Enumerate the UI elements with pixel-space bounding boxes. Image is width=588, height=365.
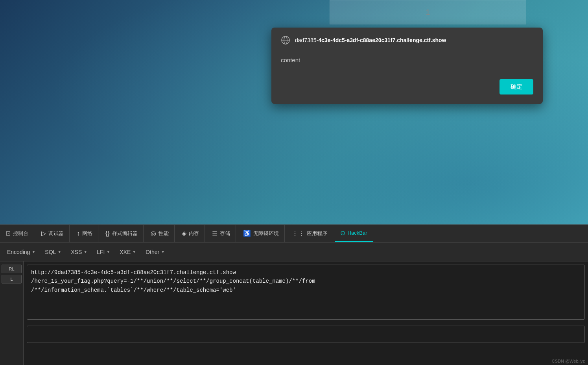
lfi-label: LFI [97,249,105,255]
xss-label: XSS [71,249,82,255]
csdn-watermark-text: CSDN @Web.lyz [552,359,585,363]
dialog-body: content [281,53,533,79]
devtools-tab-memory[interactable]: ◈ 内存 [176,225,205,242]
xxe-label: XXE [120,249,131,255]
hackbar-main-area [24,261,588,322]
dialog-header: dad7385-4c3e-4dc5-a3df-c88ae20c31f7.chal… [281,35,533,45]
devtools-tab-performance-label: 性能 [159,230,169,237]
hackbar-left-panel: RL L [0,261,24,365]
menu-sql[interactable]: SQL ▼ [41,246,65,258]
devtools-tab-network[interactable]: ↕ 网络 [71,225,98,242]
devtools-tab-performance[interactable]: ◎ 性能 [145,225,175,242]
sql-arrow: ▼ [57,250,61,254]
debugger-icon: ▷ [41,230,46,237]
hackbar-post-input[interactable] [27,326,585,343]
other-arrow: ▼ [161,250,165,254]
devtools-tab-application-label: 应用程序 [307,230,327,237]
menu-xss[interactable]: XSS ▼ [67,246,91,258]
devtools-tab-style-editor-label: 样式编辑器 [112,230,138,237]
performance-icon: ◎ [151,230,156,237]
devtools-tab-style-editor[interactable]: {} 样式编辑器 [100,225,144,242]
hackbar-bottom-area [24,322,588,347]
devtools-tab-console-label: 控制台 [13,230,28,237]
menu-xxe[interactable]: XXE ▼ [116,246,140,258]
left-btn-rl[interactable]: RL [2,265,22,273]
left-btn-l[interactable]: L [2,275,22,283]
lfi-arrow: ▼ [106,250,110,254]
menu-lfi[interactable]: LFI ▼ [93,246,114,258]
encoding-label: Encoding [7,249,30,255]
devtools-tab-debugger[interactable]: ▷ 调试器 [36,225,70,242]
menu-encoding[interactable]: Encoding ▼ [3,246,39,258]
devtools-tab-accessibility-label: 无障碍环境 [253,230,279,237]
devtools-tab-storage[interactable]: ☰ 存储 [206,225,236,242]
application-icon: ⋮⋮ [292,230,304,237]
hackbar-area: Encoding ▼ SQL ▼ XSS ▼ LFI ▼ XXE ▼ Other… [0,242,588,365]
devtools-tab-network-label: 网络 [82,230,92,237]
dialog-box: dad7385-4c3e-4dc5-a3df-c88ae20c31f7.chal… [271,28,543,104]
dialog-ok-button[interactable]: 确定 [500,79,533,94]
top-number-box: 1 [330,0,526,24]
hackbar-menu: Encoding ▼ SQL ▼ XSS ▼ LFI ▼ XXE ▼ Other… [0,243,588,261]
console-icon: ⊡ [6,230,11,237]
top-number: 1 [426,8,430,17]
devtools-tab-accessibility[interactable]: ♿ 无障碍环境 [238,225,285,242]
globe-icon [281,35,290,45]
menu-other[interactable]: Other ▼ [142,246,169,258]
dialog-title: dad7385-4c3e-4dc5-a3df-c88ae20c31f7.chal… [295,37,446,43]
encoding-arrow: ▼ [31,250,35,254]
dialog-title-highlight: 4c3e-4dc5-a3df-c88ae20c31f7.challenge.ct… [318,37,446,43]
storage-icon: ☰ [212,230,218,237]
hackbar-url-textarea[interactable] [27,265,585,320]
accessibility-icon: ♿ [243,230,251,237]
xss-arrow: ▼ [83,250,87,254]
devtools-tab-debugger-label: 调试器 [48,230,64,237]
xxe-arrow: ▼ [132,250,136,254]
memory-icon: ◈ [182,230,186,237]
sql-label: SQL [45,249,56,255]
style-editor-icon: {} [105,230,110,237]
devtools-tab-application[interactable]: ⋮⋮ 应用程序 [286,225,333,242]
devtools-tab-memory-label: 内存 [189,230,199,237]
devtools-tab-hackbar[interactable]: ⊙ HackBar [335,225,373,242]
devtools-bar: ⊡ 控制台 ▷ 调试器 ↕ 网络 {} 样式编辑器 ◎ 性能 ◈ 内存 ☰ 存储… [0,224,588,242]
network-icon: ↕ [77,230,80,237]
other-label: Other [146,249,159,255]
dialog-footer: 确定 [281,79,533,94]
devtools-tab-storage-label: 存储 [220,230,230,237]
dialog-body-text: content [281,57,300,63]
devtools-tab-hackbar-label: HackBar [348,230,367,236]
devtools-tab-console[interactable]: ⊡ 控制台 [0,225,34,242]
dialog-title-prefix: dad7385- [295,37,318,43]
csdn-watermark: CSDN @Web.lyz [552,359,585,363]
hackbar-icon: ⊙ [340,229,345,237]
